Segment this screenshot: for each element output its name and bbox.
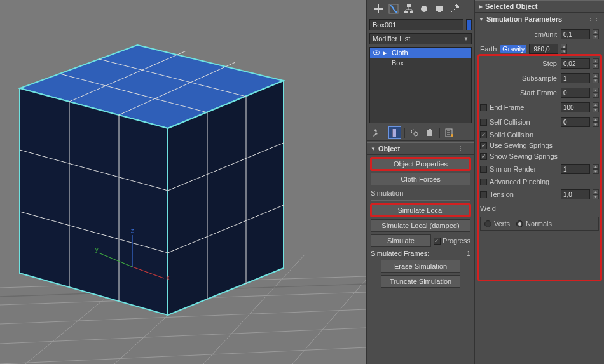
spinner-arrows[interactable]: ▲▼ [593, 164, 599, 174]
self-collision-label: Self Collision [490, 118, 558, 126]
cm-unit-spinner[interactable] [561, 29, 590, 39]
spinner-arrows[interactable]: ▲▼ [593, 102, 599, 112]
stack-tools-row [367, 125, 474, 141]
hierarchy-tab-icon[interactable] [401, 3, 416, 15]
configure-sets-icon[interactable] [444, 127, 455, 138]
modifier-list-dropdown[interactable]: Modifier List ▼ [369, 33, 472, 44]
earth-label: Earth [480, 45, 498, 53]
stack-item-label: Cloth [392, 49, 408, 57]
stack-item-cloth[interactable]: ▶ Cloth [370, 48, 471, 58]
simulate-local-damped-button[interactable]: Simulate Local (damped) [371, 219, 470, 232]
caret-right-icon: ▶ [479, 4, 483, 10]
use-sewing-checkbox[interactable]: ✓Use Sewing Springs [480, 142, 599, 149]
stack-item-label: Box [392, 59, 404, 67]
modifier-stack[interactable]: ▶ Cloth Box [369, 47, 472, 123]
rollup-drag-icon: ⋮⋮ [587, 16, 600, 22]
simulation-group-label: Simulation [371, 189, 470, 197]
spinner-arrows[interactable]: ▲▼ [593, 58, 599, 69]
tension-spinner[interactable] [561, 189, 590, 199]
sim-on-render-label: Sim on Render [490, 165, 558, 173]
svg-text:z: z [131, 227, 134, 234]
object-color-swatch[interactable] [466, 19, 472, 30]
spinner-arrows[interactable]: ▲▼ [593, 189, 599, 199]
create-tab-icon[interactable] [371, 3, 386, 15]
gravity-spinner[interactable] [529, 44, 558, 54]
rollup-sim-params-header[interactable]: ▼ Simulation Parameters ⋮⋮ [475, 13, 604, 25]
show-end-result-icon[interactable] [389, 127, 401, 138]
motion-tab-icon[interactable] [416, 3, 432, 15]
make-unique-icon[interactable] [409, 127, 420, 138]
start-frame-spinner[interactable] [561, 88, 590, 98]
self-collision-spinner[interactable] [561, 117, 590, 127]
self-collision-checkbox[interactable] [480, 119, 487, 126]
rollup-object-header[interactable]: ▼ Object ⋮⋮ [367, 142, 474, 155]
object-name-input[interactable] [369, 19, 463, 30]
use-sewing-label: Use Sewing Springs [490, 142, 553, 149]
command-panel: Modifier List ▼ ▶ Cloth Box ▼ Object ⋮⋮ … [366, 0, 474, 364]
weld-normals-radio[interactable]: Normals [516, 220, 552, 227]
weld-verts-label: Verts [494, 220, 510, 227]
modify-tab-icon[interactable] [386, 3, 401, 15]
truncate-simulation-button[interactable]: Truncate Simulation [381, 275, 461, 288]
svg-point-39 [376, 52, 378, 54]
svg-marker-11 [20, 88, 168, 315]
progress-checkbox[interactable]: ✓ Progress [434, 237, 470, 245]
simulate-local-button[interactable]: Simulate Local [371, 204, 470, 217]
svg-rect-36 [436, 6, 443, 11]
utilities-tab-icon[interactable] [447, 3, 462, 15]
spinner-arrows[interactable]: ▲▼ [593, 73, 599, 83]
simulated-frames-label: Simulated Frames: [371, 250, 464, 257]
viewport-3d[interactable]: z x y [0, 0, 366, 364]
rollup-sim-params-title: Simulation Parameters [486, 15, 562, 23]
command-panel-tabs [367, 0, 474, 18]
tension-checkbox[interactable] [480, 191, 487, 198]
pin-stack-icon[interactable] [369, 127, 381, 138]
simulate-button[interactable]: Simulate [371, 234, 431, 247]
modifier-list-label: Modifier List [373, 35, 410, 43]
delete-modifier-icon[interactable] [424, 127, 436, 138]
gravity-tag[interactable]: Gravity [500, 45, 526, 53]
rollup-drag-icon: ⋮⋮ [587, 3, 600, 10]
svg-text:y: y [95, 246, 99, 253]
sim-params-body: cm/unit ▲▼ Earth Gravity ▲▼ Step ▲▼ Subs… [475, 25, 604, 234]
sim-on-render-checkbox[interactable] [480, 166, 487, 173]
spinner-arrows[interactable]: ▲▼ [593, 88, 599, 98]
spinner-arrows[interactable]: ▲▼ [593, 29, 599, 39]
sim-on-render-spinner[interactable] [561, 164, 590, 174]
end-frame-spinner[interactable] [561, 102, 590, 112]
show-sewing-label: Show Sewing Springs [490, 152, 558, 160]
object-properties-button[interactable]: Object Properties [371, 158, 470, 170]
spinner-arrows[interactable]: ▲▼ [593, 117, 599, 127]
subsample-spinner[interactable] [561, 73, 590, 83]
rollup-selected-object-title: Selected Object [485, 3, 538, 10]
expand-icon[interactable]: ▶ [383, 50, 389, 56]
adv-pinching-checkbox[interactable]: Advanced Pinching [480, 178, 599, 185]
tension-label: Tension [490, 191, 558, 198]
spinner-arrows[interactable]: ▲▼ [561, 44, 567, 54]
step-spinner[interactable] [561, 58, 590, 69]
svg-rect-33 [404, 11, 408, 13]
rollup-selected-object-header[interactable]: ▶ Selected Object ⋮⋮ [475, 0, 604, 13]
right-sidebar: ▶ Selected Object ⋮⋮ ▼ Simulation Parame… [474, 0, 604, 364]
visibility-toggle-icon[interactable] [373, 50, 380, 56]
end-frame-checkbox[interactable] [480, 104, 487, 111]
adv-pinching-label: Advanced Pinching [490, 178, 549, 185]
solid-collision-checkbox[interactable]: ✓Solid Collision [480, 131, 599, 138]
step-label: Step [480, 60, 558, 67]
solid-collision-label: Solid Collision [490, 131, 533, 138]
erase-simulation-button[interactable]: Erase Simulation [381, 260, 461, 273]
simulated-frames-value: 1 [467, 250, 470, 257]
show-sewing-checkbox[interactable]: ✓Show Sewing Springs [480, 152, 599, 160]
display-tab-icon[interactable] [432, 3, 447, 15]
stack-item-box[interactable]: Box [370, 58, 471, 68]
dropdown-caret-icon: ▼ [463, 36, 469, 42]
svg-point-35 [421, 6, 427, 12]
svg-rect-32 [407, 4, 411, 7]
svg-rect-41 [392, 129, 393, 137]
weld-verts-radio[interactable]: Verts [484, 220, 510, 227]
weld-group-label: Weld [480, 205, 599, 212]
svg-line-2 [0, 309, 366, 324]
svg-point-43 [414, 132, 418, 136]
end-frame-label: End Frame [490, 104, 558, 111]
cloth-forces-button[interactable]: Cloth Forces [371, 173, 470, 185]
